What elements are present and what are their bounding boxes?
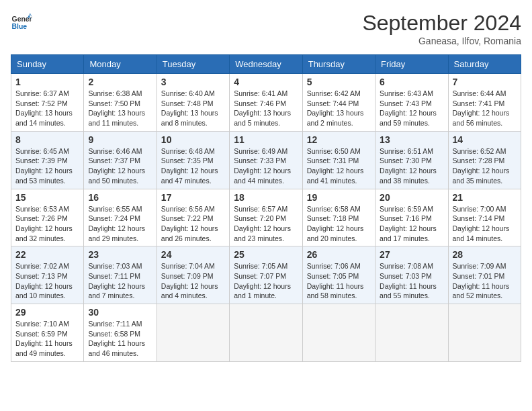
header-saturday: Saturday xyxy=(448,55,521,74)
day-info-30: Sunrise: 7:11 AMSunset: 6:58 PMDaylight:… xyxy=(88,319,152,359)
day-number-9: 9 xyxy=(88,134,152,145)
day-cell-15: 15Sunrise: 6:53 AMSunset: 7:26 PMDayligh… xyxy=(11,189,84,246)
day-info-14: Sunrise: 6:52 AMSunset: 7:28 PMDaylight:… xyxy=(453,146,517,186)
day-info-10: Sunrise: 6:48 AMSunset: 7:35 PMDaylight:… xyxy=(161,146,225,186)
day-number-28: 28 xyxy=(453,249,517,260)
day-number-6: 6 xyxy=(380,77,443,87)
day-number-21: 21 xyxy=(453,192,517,203)
day-cell-29: 29Sunrise: 7:10 AMSunset: 6:59 PMDayligh… xyxy=(11,304,84,362)
day-info-5: Sunrise: 6:42 AMSunset: 7:44 PMDaylight:… xyxy=(307,89,371,128)
calendar-table: Sunday Monday Tuesday Wednesday Thursday… xyxy=(11,54,521,362)
day-number-25: 25 xyxy=(234,249,298,260)
header-friday: Friday xyxy=(375,55,448,74)
header-monday: Monday xyxy=(84,55,157,74)
empty-cell xyxy=(302,304,375,362)
day-cell-9: 9Sunrise: 6:46 AMSunset: 7:37 PMDaylight… xyxy=(84,131,157,189)
day-cell-26: 26Sunrise: 7:06 AMSunset: 7:05 PMDayligh… xyxy=(302,246,375,304)
day-info-7: Sunrise: 6:44 AMSunset: 7:41 PMDaylight:… xyxy=(453,89,517,128)
day-cell-12: 12Sunrise: 6:50 AMSunset: 7:31 PMDayligh… xyxy=(302,131,375,189)
day-cell-23: 23Sunrise: 7:03 AMSunset: 7:11 PMDayligh… xyxy=(84,246,157,304)
day-info-4: Sunrise: 6:41 AMSunset: 7:46 PMDaylight:… xyxy=(234,89,298,128)
day-info-29: Sunrise: 7:10 AMSunset: 6:59 PMDaylight:… xyxy=(15,319,79,359)
day-number-2: 2 xyxy=(88,77,152,87)
logo-icon: General Blue xyxy=(11,11,32,32)
day-info-16: Sunrise: 6:55 AMSunset: 7:24 PMDaylight:… xyxy=(88,204,152,244)
week-row-2: 8Sunrise: 6:45 AMSunset: 7:39 PMDaylight… xyxy=(11,131,521,189)
day-info-9: Sunrise: 6:46 AMSunset: 7:37 PMDaylight:… xyxy=(88,146,152,186)
week-row-3: 15Sunrise: 6:53 AMSunset: 7:26 PMDayligh… xyxy=(11,189,521,246)
day-info-26: Sunrise: 7:06 AMSunset: 7:05 PMDaylight:… xyxy=(307,261,371,301)
week-row-4: 22Sunrise: 7:02 AMSunset: 7:13 PMDayligh… xyxy=(11,246,521,304)
day-cell-8: 8Sunrise: 6:45 AMSunset: 7:39 PMDaylight… xyxy=(11,131,84,189)
day-number-10: 10 xyxy=(161,134,225,145)
day-number-13: 13 xyxy=(380,134,443,145)
week-row-5: 29Sunrise: 7:10 AMSunset: 6:59 PMDayligh… xyxy=(11,304,521,362)
day-cell-25: 25Sunrise: 7:05 AMSunset: 7:07 PMDayligh… xyxy=(230,246,302,304)
day-cell-16: 16Sunrise: 6:55 AMSunset: 7:24 PMDayligh… xyxy=(84,189,157,246)
page-header: General Blue September 2024 Ganeasa, Ilf… xyxy=(11,11,521,46)
day-cell-28: 28Sunrise: 7:09 AMSunset: 7:01 PMDayligh… xyxy=(448,246,521,304)
day-number-8: 8 xyxy=(15,134,79,145)
day-cell-24: 24Sunrise: 7:04 AMSunset: 7:09 PMDayligh… xyxy=(157,246,229,304)
day-cell-19: 19Sunrise: 6:58 AMSunset: 7:18 PMDayligh… xyxy=(302,189,375,246)
header-thursday: Thursday xyxy=(302,55,375,74)
day-info-20: Sunrise: 6:59 AMSunset: 7:16 PMDaylight:… xyxy=(380,204,443,244)
day-info-21: Sunrise: 7:00 AMSunset: 7:14 PMDaylight:… xyxy=(453,204,517,244)
day-cell-17: 17Sunrise: 6:56 AMSunset: 7:22 PMDayligh… xyxy=(157,189,229,246)
header-tuesday: Tuesday xyxy=(157,55,229,74)
day-info-17: Sunrise: 6:56 AMSunset: 7:22 PMDaylight:… xyxy=(161,204,225,244)
title-block: September 2024 Ganeasa, Ilfov, Romania xyxy=(362,11,521,46)
day-number-17: 17 xyxy=(161,192,225,203)
empty-cell xyxy=(448,304,521,362)
day-cell-6: 6Sunrise: 6:43 AMSunset: 7:43 PMDaylight… xyxy=(375,74,448,132)
day-cell-11: 11Sunrise: 6:49 AMSunset: 7:33 PMDayligh… xyxy=(230,131,302,189)
day-info-2: Sunrise: 6:38 AMSunset: 7:50 PMDaylight:… xyxy=(88,89,152,128)
svg-text:Blue: Blue xyxy=(12,23,28,30)
day-info-1: Sunrise: 6:37 AMSunset: 7:52 PMDaylight:… xyxy=(15,89,79,128)
day-info-27: Sunrise: 7:08 AMSunset: 7:03 PMDaylight:… xyxy=(380,261,443,301)
day-info-12: Sunrise: 6:50 AMSunset: 7:31 PMDaylight:… xyxy=(307,146,371,186)
day-number-26: 26 xyxy=(307,249,371,260)
day-cell-3: 3Sunrise: 6:40 AMSunset: 7:48 PMDaylight… xyxy=(157,74,229,132)
day-number-12: 12 xyxy=(307,134,371,145)
day-info-15: Sunrise: 6:53 AMSunset: 7:26 PMDaylight:… xyxy=(15,204,79,244)
empty-cell xyxy=(230,304,302,362)
week-row-1: 1Sunrise: 6:37 AMSunset: 7:52 PMDaylight… xyxy=(11,74,521,132)
day-info-24: Sunrise: 7:04 AMSunset: 7:09 PMDaylight:… xyxy=(161,261,225,301)
day-cell-1: 1Sunrise: 6:37 AMSunset: 7:52 PMDaylight… xyxy=(11,74,84,132)
day-info-18: Sunrise: 6:57 AMSunset: 7:20 PMDaylight:… xyxy=(234,204,298,244)
day-info-3: Sunrise: 6:40 AMSunset: 7:48 PMDaylight:… xyxy=(161,89,225,128)
day-number-1: 1 xyxy=(15,77,79,87)
day-number-20: 20 xyxy=(380,192,443,203)
day-cell-27: 27Sunrise: 7:08 AMSunset: 7:03 PMDayligh… xyxy=(375,246,448,304)
day-number-30: 30 xyxy=(88,307,152,318)
day-number-27: 27 xyxy=(380,249,443,260)
day-info-25: Sunrise: 7:05 AMSunset: 7:07 PMDaylight:… xyxy=(234,261,298,301)
day-info-19: Sunrise: 6:58 AMSunset: 7:18 PMDaylight:… xyxy=(307,204,371,244)
day-number-4: 4 xyxy=(234,77,298,87)
day-cell-20: 20Sunrise: 6:59 AMSunset: 7:16 PMDayligh… xyxy=(375,189,448,246)
day-cell-21: 21Sunrise: 7:00 AMSunset: 7:14 PMDayligh… xyxy=(448,189,521,246)
day-cell-18: 18Sunrise: 6:57 AMSunset: 7:20 PMDayligh… xyxy=(230,189,302,246)
header-wednesday: Wednesday xyxy=(230,55,302,74)
day-number-14: 14 xyxy=(453,134,517,145)
weekday-header-row: Sunday Monday Tuesday Wednesday Thursday… xyxy=(11,55,521,74)
day-number-19: 19 xyxy=(307,192,371,203)
day-info-6: Sunrise: 6:43 AMSunset: 7:43 PMDaylight:… xyxy=(380,89,443,128)
day-cell-13: 13Sunrise: 6:51 AMSunset: 7:30 PMDayligh… xyxy=(375,131,448,189)
location-subtitle: Ganeasa, Ilfov, Romania xyxy=(362,36,521,46)
day-cell-7: 7Sunrise: 6:44 AMSunset: 7:41 PMDaylight… xyxy=(448,74,521,132)
day-info-22: Sunrise: 7:02 AMSunset: 7:13 PMDaylight:… xyxy=(15,261,79,301)
header-sunday: Sunday xyxy=(11,55,84,74)
day-cell-2: 2Sunrise: 6:38 AMSunset: 7:50 PMDaylight… xyxy=(84,74,157,132)
day-info-8: Sunrise: 6:45 AMSunset: 7:39 PMDaylight:… xyxy=(15,146,79,186)
day-number-3: 3 xyxy=(161,77,225,87)
day-cell-4: 4Sunrise: 6:41 AMSunset: 7:46 PMDaylight… xyxy=(230,74,302,132)
day-number-7: 7 xyxy=(453,77,517,87)
day-cell-14: 14Sunrise: 6:52 AMSunset: 7:28 PMDayligh… xyxy=(448,131,521,189)
logo: General Blue xyxy=(11,11,32,32)
day-number-18: 18 xyxy=(234,192,298,203)
month-title: September 2024 xyxy=(362,11,521,36)
day-info-11: Sunrise: 6:49 AMSunset: 7:33 PMDaylight:… xyxy=(234,146,298,186)
empty-cell xyxy=(157,304,229,362)
